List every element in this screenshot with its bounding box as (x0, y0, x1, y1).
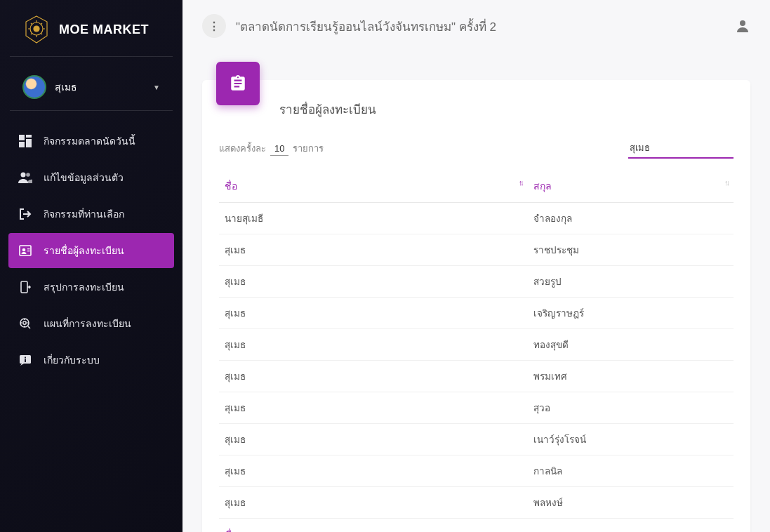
cell-last-name: ราชประชุม (528, 234, 734, 266)
exit-icon (18, 207, 32, 221)
cell-last-name: เจริญราษฎร์ (528, 298, 734, 329)
dashboard-icon (18, 134, 32, 148)
card-title: รายชื่อผู้ลงทะเบียน (279, 100, 734, 119)
registrants-table: ชื่อ ↑↓ สกุล ↑↓ นายสุเมธีจำลองกุลสุเมธรา… (219, 170, 734, 532)
sidebar-item-profile[interactable]: แก้ไขข้อมูลส่วนตัว (8, 160, 174, 195)
svg-point-6 (21, 173, 26, 178)
topbar: ⋮ "ตลาดนัดการเรียนรู้ออนไลน์วังจันทรเกษม… (182, 0, 770, 52)
svg-rect-5 (19, 142, 25, 147)
cell-first-name: นายสุเมธี (219, 203, 528, 234)
sidebar: MOE MARKET สุเมธ ▼ กิจกรรมตลาดนัดวันนี้ … (0, 0, 182, 532)
col-last-name[interactable]: สกุล ↑↓ (528, 170, 734, 203)
nav-list: กิจกรรมตลาดนัดวันนี้ แก้ไขข้อมูลส่วนตัว … (0, 118, 182, 385)
cell-first-name: สุเมธ (219, 329, 528, 361)
foot-last-name: สกุล (528, 519, 734, 533)
table-row[interactable]: สุเมธราชประชุม (219, 234, 734, 266)
page-size-control: แสดงครั้งละ 10 รายการ (219, 141, 324, 156)
cell-first-name: สุเมธ (219, 392, 528, 424)
sidebar-item-selected[interactable]: กิจกรรมที่ท่านเลือก (8, 197, 174, 232)
content: รายชื่อผู้ลงทะเบียน แสดงครั้งละ 10 รายกา… (182, 52, 770, 532)
nav-label: แก้ไขข้อมูลส่วนตัว (44, 170, 124, 185)
chevron-down-icon: ▼ (153, 84, 160, 91)
table-row[interactable]: สุเมธสุวอ (219, 392, 734, 424)
svg-rect-3 (26, 135, 32, 138)
cell-first-name: สุเมธ (219, 424, 528, 455)
sidebar-item-today[interactable]: กิจกรรมตลาดนัดวันนี้ (8, 124, 174, 159)
user-menu[interactable]: สุเมธ ▼ (10, 71, 173, 111)
table-row[interactable]: สุเมธเนาว์รุ่งโรจน์ (219, 424, 734, 455)
nav-label: เกี่ยวกับระบบ (44, 352, 100, 368)
map-search-icon (18, 317, 32, 331)
page-title: "ตลาดนัดการเรียนรู้ออนไลน์วังจันทรเกษม" … (236, 17, 725, 36)
nav-label: แผนที่การลงทะเบียน (44, 316, 131, 331)
foot-first-name: ชื่อ (219, 519, 528, 533)
sidebar-item-about[interactable]: เกี่ยวกับระบบ (8, 343, 174, 378)
brand: MOE MARKET (10, 14, 173, 57)
table-row[interactable]: สุเมธกาลนิล (219, 455, 734, 487)
svg-rect-4 (26, 139, 32, 147)
cell-last-name: พลหงษ์ (528, 487, 734, 519)
cell-first-name: สุเมธ (219, 234, 528, 266)
search-input[interactable] (628, 138, 734, 159)
nav-label: กิจกรรมที่ท่านเลือก (44, 206, 124, 222)
cell-last-name: สวยรูป (528, 266, 734, 298)
cell-first-name: สุเมธ (219, 487, 528, 519)
cell-last-name: เนาว์รุ่งโรจน์ (528, 424, 734, 455)
cell-first-name: สุเมธ (219, 361, 528, 392)
page-size-suffix: รายการ (293, 141, 324, 156)
table-row[interactable]: สุเมธพลหงษ์ (219, 487, 734, 519)
table-row[interactable]: สุเมธพรมเทศ (219, 361, 734, 392)
table-row[interactable]: นายสุเมธีจำลองกุล (219, 203, 734, 234)
cell-last-name: สุวอ (528, 392, 734, 424)
cell-first-name: สุเมธ (219, 266, 528, 298)
svg-rect-2 (19, 135, 25, 140)
col-label: สกุล (533, 180, 552, 192)
brand-title: MOE MARKET (59, 22, 149, 37)
sidebar-item-summary[interactable]: สรุปการลงทะเบียน (8, 270, 174, 305)
svg-rect-11 (27, 251, 30, 251)
people-icon (18, 171, 32, 185)
account-icon[interactable] (735, 18, 750, 34)
more-vert-icon: ⋮ (208, 20, 220, 33)
svg-point-14 (23, 321, 26, 324)
cell-first-name: สุเมธ (219, 455, 528, 487)
more-button[interactable]: ⋮ (202, 14, 226, 38)
svg-rect-17 (25, 359, 26, 363)
svg-point-18 (740, 20, 745, 26)
contact-icon (18, 244, 32, 258)
main: ⋮ "ตลาดนัดการเรียนรู้ออนไลน์วังจันทรเกษม… (182, 0, 770, 532)
col-label: ชื่อ (225, 180, 237, 192)
sidebar-item-map[interactable]: แผนที่การลงทะเบียน (8, 306, 174, 341)
cell-last-name: ทองสุขดี (528, 329, 734, 361)
cell-last-name: กาลนิล (528, 455, 734, 487)
cell-last-name: พรมเทศ (528, 361, 734, 392)
table-row[interactable]: สุเมธเจริญราษฎร์ (219, 298, 734, 329)
svg-point-1 (34, 26, 39, 32)
table-row[interactable]: สุเมธสวยรูป (219, 266, 734, 298)
sort-icon: ↑↓ (519, 178, 522, 187)
user-name: สุเมธ (55, 79, 145, 95)
assignment-icon (216, 62, 260, 105)
cell-last-name: จำลองกุล (528, 203, 734, 234)
nav-label: กิจกรรมตลาดนัดวันนี้ (44, 133, 135, 149)
svg-point-7 (26, 173, 30, 177)
svg-rect-12 (21, 281, 27, 293)
sort-icon: ↑↓ (724, 178, 728, 187)
page-size-label: แสดงครั้งละ (219, 141, 266, 156)
cell-first-name: สุเมธ (219, 298, 528, 329)
info-icon (18, 353, 32, 367)
avatar (22, 75, 46, 99)
page-size-select[interactable]: 10 (270, 142, 288, 156)
nav-label: รายชื่อผู้ลงทะเบียน (44, 243, 124, 258)
table-controls: แสดงครั้งละ 10 รายการ (219, 138, 734, 159)
col-first-name[interactable]: ชื่อ ↑↓ (219, 170, 528, 203)
sidebar-item-registrants[interactable]: รายชื่อผู้ลงทะเบียน (8, 233, 174, 268)
nav-label: สรุปการลงทะเบียน (44, 279, 124, 295)
svg-rect-16 (25, 357, 26, 359)
table-row[interactable]: สุเมธทองสุขดี (219, 329, 734, 361)
svg-point-9 (22, 248, 26, 252)
brand-logo-icon (22, 14, 51, 45)
phone-setup-icon (18, 280, 32, 294)
svg-rect-10 (27, 248, 30, 249)
registrants-card: รายชื่อผู้ลงทะเบียน แสดงครั้งละ 10 รายกา… (202, 80, 750, 532)
